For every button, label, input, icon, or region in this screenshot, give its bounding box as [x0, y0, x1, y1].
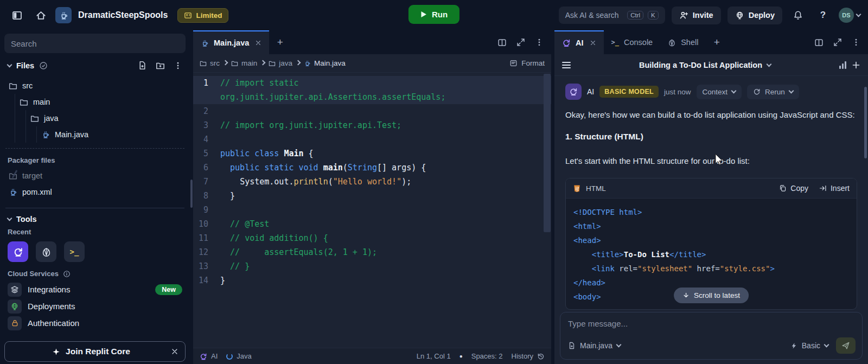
cursor-position[interactable]: Ln 1, Col 1: [417, 352, 451, 360]
ask-ai-search[interactable]: Ask AI & search Ctrl K: [559, 7, 665, 24]
copy-button[interactable]: Copy: [779, 184, 808, 193]
tree-folder-java[interactable]: java: [26, 110, 186, 126]
saved-check-icon: [39, 61, 48, 70]
format-button[interactable]: Format: [509, 59, 545, 67]
chevron-right-icon: [260, 60, 266, 65]
conversations-menu-icon[interactable]: [562, 62, 571, 68]
timestamp: just now: [664, 88, 691, 96]
chevron-down-icon: [731, 88, 737, 94]
rerun-icon: [753, 88, 761, 95]
invite-button[interactable]: Invite: [672, 7, 721, 24]
send-message-button[interactable]: [836, 337, 856, 354]
files-header[interactable]: Files: [4, 53, 186, 74]
context-dropdown[interactable]: Context: [697, 85, 742, 99]
help-icon[interactable]: ?: [814, 6, 832, 24]
person-plus-icon: [679, 11, 688, 20]
chat-message-input[interactable]: [568, 319, 856, 328]
run-button[interactable]: Run: [409, 5, 459, 24]
usage-stats-icon[interactable]: [839, 61, 846, 69]
ai-tool-button[interactable]: [8, 241, 28, 262]
folder-icon: [269, 60, 276, 67]
panel-resize-handle[interactable]: [190, 180, 193, 208]
message-heading: 1. Structure (HTML): [565, 132, 857, 142]
chevron-right-icon: [223, 60, 228, 65]
new-file-icon[interactable]: [138, 61, 147, 70]
sidebar-toggle-icon[interactable]: [8, 6, 26, 24]
message-paragraph: Let's start with the HTML structure for …: [565, 154, 857, 168]
editor-scrollbar[interactable]: [544, 74, 551, 232]
tree-folder-main[interactable]: main: [15, 94, 186, 110]
pane-menu-icon[interactable]: [535, 38, 544, 47]
files-menu-icon[interactable]: [174, 61, 182, 70]
expand-pane-icon[interactable]: [833, 38, 842, 47]
recent-tools: >_: [4, 239, 186, 266]
new-folder-icon[interactable]: [156, 61, 165, 70]
new-chat-icon[interactable]: [852, 61, 860, 69]
tab-main-java[interactable]: Main.java: [193, 30, 269, 54]
tree-file-pom-xml[interactable]: pom.xml: [4, 184, 186, 200]
rerun-dropdown[interactable]: Rerun: [747, 85, 799, 99]
repl-language-icon[interactable]: [55, 7, 72, 23]
deploy-globe-icon: [735, 11, 744, 20]
breadcrumb-main-java[interactable]: Main.java: [304, 59, 346, 67]
format-icon: [509, 59, 518, 67]
history-icon: [537, 353, 545, 360]
status-language[interactable]: Java: [226, 352, 251, 360]
bullet: ●: [459, 353, 463, 359]
pane-menu-icon[interactable]: [852, 38, 860, 47]
new-tab-button[interactable]: +: [269, 30, 291, 54]
history-button[interactable]: History: [512, 352, 545, 360]
sidebar-item-deployments[interactable]: Deployments: [4, 298, 186, 315]
info-icon[interactable]: [63, 270, 71, 278]
shell-tool-button[interactable]: >_: [64, 241, 85, 262]
conversation-title[interactable]: Building a To-Do List Application: [576, 61, 834, 69]
tab-ai[interactable]: AI: [554, 30, 604, 54]
home-icon[interactable]: [31, 6, 50, 24]
sidebar-item-authentication[interactable]: Authentication: [4, 315, 186, 331]
context-file-chip[interactable]: Main.java: [568, 341, 621, 350]
indentation-setting[interactable]: Spaces: 2: [471, 352, 503, 360]
sidebar-item-integrations[interactable]: Integrations New: [4, 281, 186, 298]
tree-file-main-java[interactable]: Main.java: [37, 126, 186, 143]
repl-title[interactable]: DramaticSteepSpools: [78, 10, 168, 20]
code-editor[interactable]: 1// import static org.junit.jupiter.api.…: [193, 73, 551, 348]
scroll-to-latest-button[interactable]: Scroll to latest: [674, 288, 749, 303]
folder-icon: [231, 60, 238, 67]
insert-button[interactable]: Insert: [819, 184, 850, 193]
close-tab-icon[interactable]: [255, 40, 261, 46]
notifications-bell-icon[interactable]: [789, 6, 807, 24]
model-badge: BASIC MODEL: [599, 86, 659, 98]
avatar: DS: [839, 8, 854, 23]
model-selector-chip[interactable]: Basic: [790, 341, 828, 350]
tab-shell[interactable]: Shell: [660, 30, 706, 54]
account-menu[interactable]: DS: [839, 8, 860, 23]
breadcrumb-main[interactable]: main: [231, 59, 257, 67]
deploy-button[interactable]: Deploy: [727, 7, 782, 24]
divider: [5, 148, 184, 149]
new-tab-button[interactable]: +: [706, 30, 727, 54]
search-input[interactable]: [4, 34, 186, 53]
limited-plan-badge[interactable]: Limited: [177, 8, 228, 23]
expand-pane-icon[interactable]: [516, 38, 525, 47]
split-pane-icon[interactable]: [814, 38, 824, 47]
java-file-icon: [304, 60, 311, 67]
close-icon[interactable]: [171, 348, 178, 355]
close-tab-icon[interactable]: [590, 40, 596, 46]
tree-folder-target[interactable]: target: [4, 168, 186, 184]
split-pane-icon[interactable]: [497, 38, 507, 47]
html5-icon: [573, 184, 581, 193]
breadcrumb-src[interactable]: src: [200, 59, 220, 67]
replit-workspace: DramaticSteepSpools Limited Run Ask AI &…: [0, 0, 868, 364]
workspace-body: Files src main: [0, 30, 868, 364]
shell-icon: [668, 39, 676, 47]
message-meta: AI BASIC MODEL just now Context Rerun: [565, 84, 857, 100]
ai-panel-scrollbar[interactable]: [864, 87, 867, 158]
status-ai[interactable]: AI: [200, 352, 218, 360]
breadcrumb-java[interactable]: java: [269, 59, 292, 67]
tools-header[interactable]: Tools: [4, 212, 186, 228]
tab-console[interactable]: >_ Console: [604, 30, 661, 54]
tree-folder-src[interactable]: src: [4, 78, 186, 94]
join-replit-core-banner[interactable]: Join Replit Core: [4, 341, 186, 362]
sender-label: AI: [587, 87, 594, 96]
console-tool-button[interactable]: [36, 241, 56, 262]
